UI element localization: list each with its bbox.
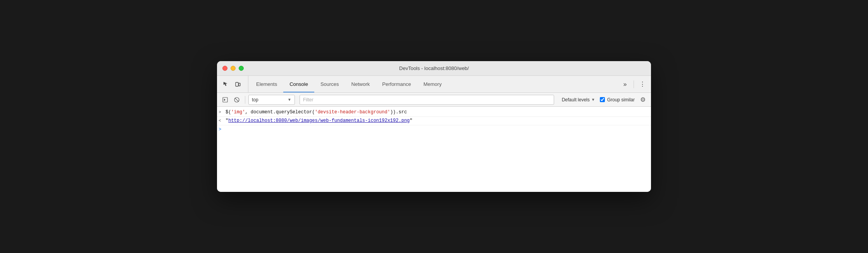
tab-sources[interactable]: Sources	[314, 76, 345, 92]
tab-bar-right: » ⋮	[617, 76, 648, 92]
levels-arrow: ▼	[591, 97, 595, 102]
toolbar-icons	[220, 76, 248, 92]
traffic-lights	[222, 66, 244, 71]
more-tabs-button[interactable]: »	[620, 79, 630, 90]
gear-icon: ⚙	[640, 96, 646, 103]
tab-network[interactable]: Network	[345, 76, 376, 92]
divider	[634, 80, 634, 88]
quote-close: "	[410, 118, 412, 123]
svg-rect-0	[236, 82, 238, 86]
tab-memory[interactable]: Memory	[417, 76, 448, 92]
close-button[interactable]	[222, 66, 227, 71]
context-value: top	[252, 97, 258, 103]
code-string1: 'img'	[231, 109, 245, 115]
code-suffix: )).src	[390, 109, 407, 115]
more-menu-button[interactable]: ⋮	[637, 79, 648, 90]
svg-marker-3	[224, 99, 226, 101]
tab-bar: Elements Console Sources Network Perform…	[217, 76, 651, 93]
minimize-button[interactable]	[231, 66, 236, 71]
console-input-line: >	[217, 125, 651, 134]
console-line-1: > $('img', document.querySelector('devsi…	[217, 108, 651, 117]
svg-line-5	[235, 98, 239, 101]
context-arrow: ▼	[288, 97, 291, 102]
levels-label: Default levels	[562, 97, 590, 103]
show-drawer-button[interactable]	[220, 95, 230, 105]
group-similar-text: Group similar	[607, 97, 635, 103]
tabs: Elements Console Sources Network Perform…	[250, 76, 617, 92]
svg-rect-1	[239, 83, 240, 86]
console-area: > $('img', document.querySelector('devsi…	[217, 107, 651, 192]
tab-elements[interactable]: Elements	[250, 76, 283, 92]
tab-performance[interactable]: Performance	[376, 76, 417, 92]
console-prompt-arrow: >	[219, 127, 221, 132]
window-title: DevTools - localhost:8080/web/	[399, 65, 469, 71]
filter-input[interactable]	[300, 95, 554, 105]
tab-console[interactable]: Console	[283, 76, 314, 92]
context-selector[interactable]: top ▼	[248, 95, 295, 105]
console-link[interactable]: http://localhost:8080/web/images/web-fun…	[228, 118, 410, 123]
code-string2: 'devsite-header-background'	[315, 109, 390, 115]
clear-console-button[interactable]	[232, 95, 242, 105]
group-similar-checkbox[interactable]	[600, 97, 605, 102]
console-content-1: $('img', document.querySelector('devsite…	[226, 109, 648, 115]
devtools-window: DevTools - localhost:8080/web/ Elements	[217, 61, 651, 192]
maximize-button[interactable]	[239, 66, 244, 71]
title-bar: DevTools - localhost:8080/web/	[217, 61, 651, 76]
group-similar-label[interactable]: Group similar	[600, 97, 635, 103]
output-arrow-2: <	[219, 118, 223, 123]
console-content-2: "http://localhost:8080/web/images/web-fu…	[226, 118, 648, 123]
console-toolbar: top ▼ Default levels ▼ Group similar ⚙	[217, 93, 651, 107]
console-line-2: < "http://localhost:8080/web/images/web-…	[217, 117, 651, 125]
input-arrow-1: >	[219, 110, 223, 115]
toolbar-divider	[245, 96, 245, 104]
code-prefix: $(	[226, 109, 231, 115]
levels-button[interactable]: Default levels ▼	[559, 96, 598, 103]
settings-button[interactable]: ⚙	[638, 95, 648, 105]
inspect-icon[interactable]	[220, 79, 231, 90]
code-middle: , document.querySelector(	[245, 109, 315, 115]
device-toolbar-icon[interactable]	[232, 79, 243, 90]
